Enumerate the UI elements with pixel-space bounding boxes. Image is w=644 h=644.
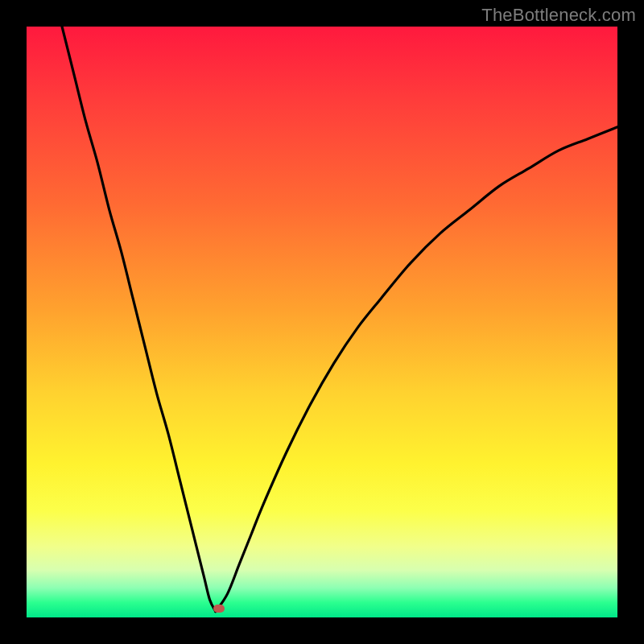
- watermark-text: TheBottleneck.com: [481, 5, 636, 26]
- chart-frame: TheBottleneck.com: [0, 0, 644, 644]
- curve-left-branch: [62, 27, 216, 612]
- bottleneck-curve: [27, 27, 617, 617]
- minimum-marker: [213, 605, 225, 613]
- plot-area: [27, 27, 617, 617]
- curve-right-branch: [216, 127, 617, 612]
